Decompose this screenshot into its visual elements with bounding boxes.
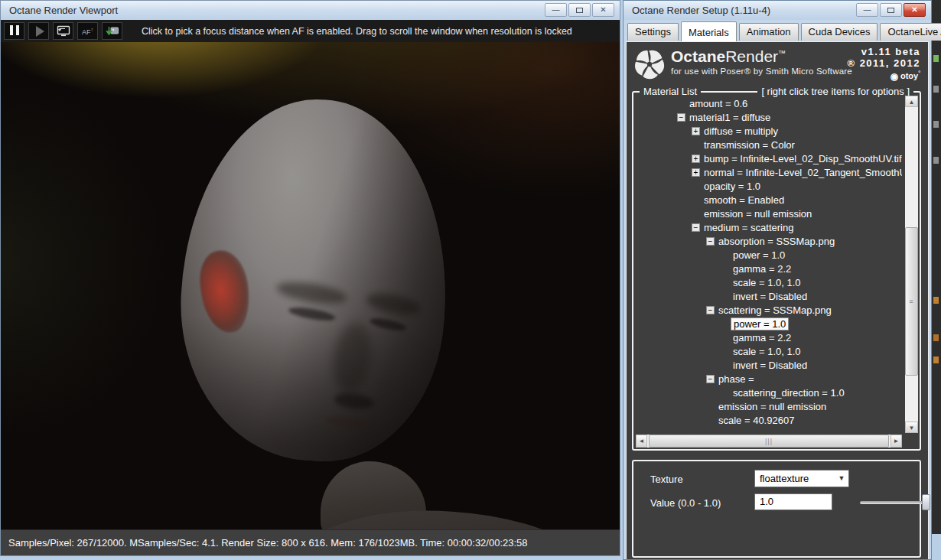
- tree-horizontal-scrollbar[interactable]: ◄ ||| ►: [636, 435, 902, 448]
- expand-icon[interactable]: +: [692, 168, 700, 177]
- slider-thumb[interactable]: [922, 494, 930, 510]
- tree-item[interactable]: −material1 = diffuse: [635, 110, 902, 124]
- tree-item-label: bump = Infinite-Level_02_Disp_SmoothUV.t…: [702, 152, 902, 166]
- toolbar-hint: Click to pick a focus distance when AF i…: [142, 26, 572, 37]
- otoy-icon: ◉: [890, 71, 897, 82]
- tab-octanelive-account[interactable]: OctaneLive Account: [880, 23, 941, 41]
- render-nose-base: [334, 392, 375, 411]
- tree-item[interactable]: −medium = scattering: [635, 220, 902, 234]
- tree-item-label: scale = 1.0, 1.0: [731, 345, 803, 359]
- horizontal-scroll-thumb[interactable]: |||: [649, 435, 889, 448]
- tree-item-label: absorption = SSSMap.png: [716, 235, 837, 249]
- resolution-lock-button[interactable]: [53, 22, 73, 40]
- play-icon: [36, 26, 44, 37]
- minimize-button[interactable]: —: [856, 3, 878, 17]
- tree-item[interactable]: scattering_direction = 1.0: [635, 386, 902, 399]
- product-tagline: for use with Poser® by Smith Micro Softw…: [671, 67, 852, 76]
- otoy-logo: ◉ otoy°: [847, 70, 920, 82]
- maximize-button[interactable]: [568, 3, 591, 17]
- tree-item[interactable]: emission = null emission: [635, 399, 902, 413]
- tree-item[interactable]: smooth = Enabled: [635, 193, 902, 207]
- vertical-scroll-thumb[interactable]: ≡: [905, 227, 918, 376]
- material-tree: amount = 0.6−material1 = diffuse+diffuse…: [635, 96, 902, 432]
- tab-animation[interactable]: Animation: [739, 23, 799, 41]
- tree-item[interactable]: −scattering = SSSMap.png: [635, 303, 902, 317]
- texture-panel: Texture floattexture ▼ Value (0.0 - 1.0)…: [632, 460, 921, 558]
- pause-button[interactable]: [4, 22, 24, 40]
- product-name: OctaneRender™: [671, 47, 852, 66]
- tree-item-label: gamma = 2.2: [731, 331, 793, 345]
- tree-item[interactable]: +normal = Infinite-Level_02_Tangent_Smoo…: [635, 165, 902, 179]
- tree-item[interactable]: −absorption = SSSMap.png: [635, 234, 902, 248]
- tree-item-label: diffuse = multiply: [702, 125, 780, 138]
- branding-header: OctaneRender™ for use with Poser® by Smi…: [631, 44, 923, 88]
- chevron-down-icon[interactable]: ▼: [835, 470, 848, 487]
- scroll-left-icon[interactable]: ◄: [636, 435, 647, 448]
- minimize-button[interactable]: —: [545, 3, 567, 17]
- tree-item[interactable]: +diffuse = multiply: [635, 124, 902, 138]
- tree-item[interactable]: +bump = Infinite-Level_02_Disp_SmoothUV.…: [635, 151, 902, 165]
- expand-icon[interactable]: +: [692, 155, 700, 163]
- render-canvas[interactable]: [1, 42, 620, 529]
- render-lips: [324, 414, 373, 431]
- tree-item-label: transmission = Color: [702, 138, 797, 152]
- scroll-up-icon[interactable]: ▲: [905, 96, 918, 107]
- sliver-text-fragment: [933, 334, 939, 341]
- play-button[interactable]: [28, 22, 49, 40]
- render-brow-right: [364, 290, 422, 318]
- close-button[interactable]: ✕: [904, 3, 926, 17]
- tree-item[interactable]: scale = 1.0, 1.0: [635, 275, 902, 289]
- viewport-titlebar[interactable]: Octane Render Viewport — ✕: [1, 1, 620, 20]
- value-slider[interactable]: [860, 501, 930, 504]
- tree-item[interactable]: power = 1.0: [635, 248, 902, 262]
- tree-item[interactable]: emission = null emission: [635, 207, 902, 220]
- collapse-icon[interactable]: −: [677, 113, 685, 122]
- tree-item-label: scattering_direction = 1.0: [731, 386, 847, 400]
- tab-settings[interactable]: Settings: [627, 23, 679, 41]
- tree-item[interactable]: invert = Disabled: [635, 289, 902, 303]
- value-input[interactable]: 1.0: [754, 493, 832, 510]
- texture-label: Texture: [650, 474, 683, 485]
- setup-content-panel: OctaneRender™ for use with Poser® by Smi…: [626, 41, 929, 559]
- collapse-icon[interactable]: −: [706, 237, 715, 246]
- tree-item-label: normal = Infinite-Level_02_Tangent_Smoot…: [702, 166, 902, 180]
- tree-item[interactable]: scale = 1.0, 1.0: [635, 344, 902, 358]
- tree-item[interactable]: gamma = 2.2: [635, 262, 902, 275]
- scroll-right-icon[interactable]: ►: [891, 435, 902, 448]
- tree-item-label: power = 1.0: [731, 249, 787, 262]
- render-shoulders: [246, 504, 620, 529]
- render-brow-left: [275, 278, 349, 307]
- tree-item[interactable]: transmission = Color: [635, 138, 902, 151]
- close-button[interactable]: ✕: [592, 3, 614, 17]
- tab-bar: SettingsMaterialsAnimationCuda DevicesOc…: [624, 20, 931, 41]
- scroll-down-icon[interactable]: ▼: [905, 422, 918, 433]
- expand-icon[interactable]: +: [692, 127, 700, 135]
- tree-vertical-scrollbar[interactable]: ▲ ≡ ▼: [905, 96, 918, 433]
- render-eye-left: [288, 304, 336, 323]
- tree-item[interactable]: amount = 0.6: [635, 96, 902, 110]
- sliver-text-fragment: [933, 55, 939, 62]
- tree-item[interactable]: invert = Disabled: [635, 358, 902, 372]
- resolution-lock-icon: [57, 25, 70, 37]
- tab-cuda-devices[interactable]: Cuda Devices: [801, 23, 878, 41]
- tree-item[interactable]: opacity = 1.0: [635, 179, 902, 193]
- texture-type-select[interactable]: floattexture ▼: [754, 470, 849, 487]
- collapse-icon[interactable]: −: [692, 223, 700, 232]
- save-image-button[interactable]: [102, 22, 122, 40]
- collapse-icon[interactable]: −: [706, 375, 715, 383]
- render-eye-right: [370, 316, 408, 333]
- setup-titlebar[interactable]: Octane Render Setup (1.11u-4) — ✕: [624, 1, 931, 20]
- sliver-text-fragment: [933, 297, 939, 304]
- tree-item-label: invert = Disabled: [731, 290, 809, 304]
- tree-item-label: smooth = Enabled: [702, 194, 786, 207]
- render-status-bar: Samples/Pixel: 267/12000. MSamples/Sec: …: [1, 529, 620, 555]
- background-window-sliver: [932, 0, 941, 534]
- autofocus-button[interactable]: AF↑: [77, 22, 98, 40]
- tree-item[interactable]: −phase =: [635, 372, 902, 386]
- tab-materials[interactable]: Materials: [681, 21, 737, 41]
- tree-item[interactable]: gamma = 2.2: [635, 330, 902, 344]
- maximize-button[interactable]: [880, 3, 902, 17]
- collapse-icon[interactable]: −: [706, 306, 715, 314]
- tree-item[interactable]: power = 1.0: [635, 317, 902, 330]
- tree-item[interactable]: scale = 40.92607: [635, 413, 902, 427]
